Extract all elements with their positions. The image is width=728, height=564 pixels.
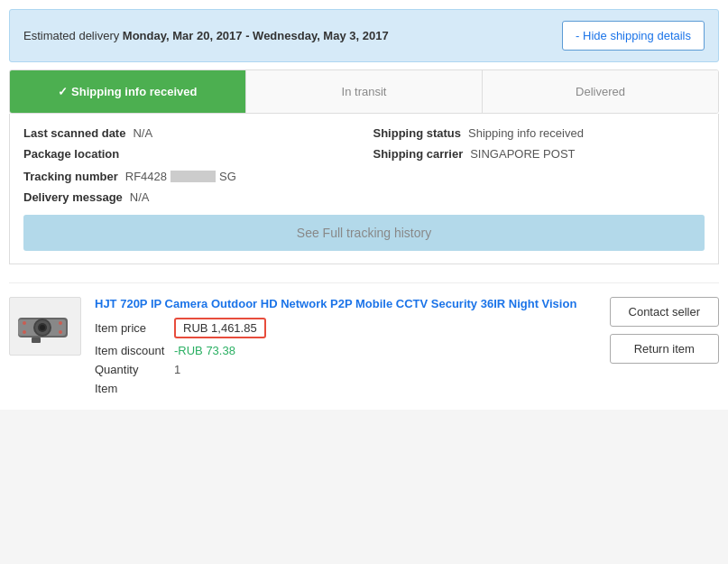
hide-shipping-button[interactable]: - Hide shipping details [562,21,705,51]
last-scanned-row: Last scanned date N/A [23,126,355,140]
shipping-status-value: Shipping info received [468,126,584,140]
package-location-label: Package location [23,147,119,161]
camera-illustration [14,301,77,351]
svg-point-7 [23,321,26,325]
estimated-delivery-label: Estimated delivery [23,29,119,42]
item-discount-row: Item discount -RUB 73.38 [95,344,596,357]
svg-point-5 [40,325,45,330]
tracking-number-redacted [170,171,216,182]
shipping-header: Estimated delivery Monday, Mar 20, 2017 … [9,9,719,62]
tracking-number-prefix: RF4428 [125,170,167,183]
shipping-carrier-label: Shipping carrier [373,147,464,161]
tracking-number-value: RF4428 SG [125,170,236,183]
svg-point-9 [23,330,26,334]
tracking-number-suffix: SG [219,170,236,183]
item-price-label: Item price [95,321,167,335]
item-section: HJT 720P IP Camera Outdoor HD Network P2… [9,282,719,401]
shipping-carrier-row: Shipping carrier SINGAPORE POST [373,147,705,161]
item-image [9,297,81,356]
item-price-value: RUB 1,461.85 [174,318,266,338]
delivery-message-row: Delivery message N/A [23,190,705,204]
item-price-row: Item price RUB 1,461.85 [95,318,596,338]
delivery-dates: Monday, Mar 20, 2017 - Wednesday, May 3,… [123,29,389,42]
item-row-label: Item [95,382,167,395]
item-title[interactable]: HJT 720P IP Camera Outdoor HD Network P2… [95,297,596,310]
tracking-number-row: Tracking number RF4428 SG [23,170,705,183]
quantity-value: 1 [174,363,180,376]
item-discount-label: Item discount [95,344,167,357]
shipping-status-row: Shipping status Shipping info received [373,126,705,140]
delivery-message-label: Delivery message [23,190,123,204]
svg-rect-6 [32,337,41,343]
return-item-button[interactable]: Return item [610,334,719,364]
item-row: Item [95,382,596,395]
last-scanned-value: N/A [133,126,152,140]
quantity-label: Quantity [95,363,167,376]
delivery-message-value: N/A [130,190,150,204]
svg-point-8 [59,321,62,325]
estimated-delivery-text: Estimated delivery Monday, Mar 20, 2017 … [23,29,389,42]
tracking-steps: ✓ Shipping info received In transit Deli… [9,69,719,114]
details-grid: Last scanned date N/A Shipping status Sh… [23,126,705,161]
last-scanned-label: Last scanned date [23,126,125,140]
shipping-details: Last scanned date N/A Shipping status Sh… [9,114,719,264]
svg-point-10 [59,330,62,334]
item-actions: Contact seller Return item [610,297,719,364]
item-discount-value: -RUB 73.38 [174,344,235,357]
tracking-history-button[interactable]: See Full tracking history [23,215,705,251]
tracking-number-label: Tracking number [23,170,118,183]
step-shipping-info-received[interactable]: ✓ Shipping info received [10,70,246,113]
shipping-status-label: Shipping status [373,126,462,140]
step-delivered[interactable]: Delivered [483,70,718,113]
quantity-row: Quantity 1 [95,363,596,376]
package-location-row: Package location [23,147,355,161]
shipping-carrier-value: SINGAPORE POST [470,147,575,161]
contact-seller-button[interactable]: Contact seller [610,297,719,327]
step-in-transit[interactable]: In transit [246,70,483,113]
item-details: HJT 720P IP Camera Outdoor HD Network P2… [95,297,596,401]
